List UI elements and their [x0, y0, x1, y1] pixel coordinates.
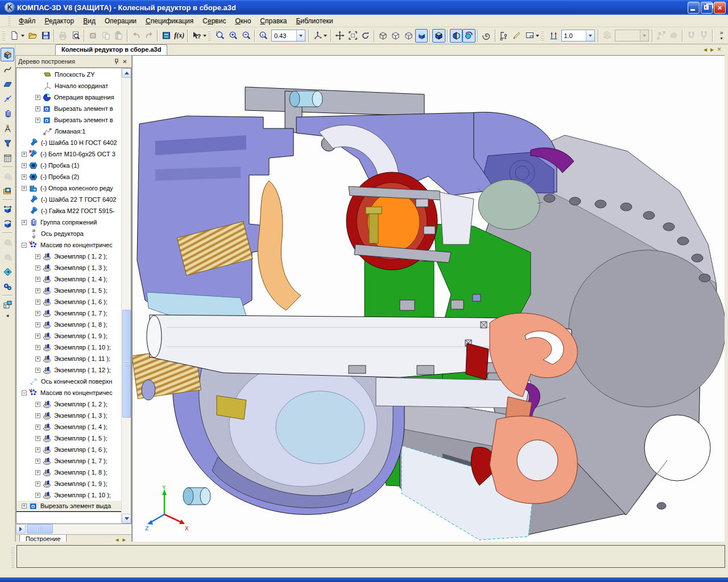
- tree-item[interactable]: +Вырезать элемент выда: [16, 501, 121, 512]
- menu-2[interactable]: Редактор: [40, 15, 79, 27]
- tree-item[interactable]: +Экземпляр ( 1, 7 );: [16, 455, 121, 467]
- combo-dropdown-icon[interactable]: [586, 30, 594, 41]
- zoom-by-frame-button[interactable]: [214, 29, 228, 43]
- tree-item[interactable]: +Экземпляр ( 1, 2 );: [16, 398, 121, 410]
- tree-item[interactable]: +Экземпляр ( 1, 9 );: [16, 330, 121, 342]
- panel-edit-part-button[interactable]: [1, 48, 14, 61]
- pan-view-button[interactable]: [333, 29, 346, 43]
- toolbar-grip[interactable]: [208, 31, 211, 41]
- panel-close-icon[interactable]: ✕: [121, 57, 129, 66]
- tree-item[interactable]: (-) Шайба 22 Т ГОСТ 6402: [16, 194, 121, 205]
- tree-item[interactable]: Ломаная:1: [16, 126, 121, 137]
- tree-item[interactable]: +Вырезать элемент в: [16, 114, 121, 126]
- tree-item[interactable]: +Экземпляр ( 1, 11 );: [16, 353, 121, 364]
- tab-next-button[interactable]: ▸: [710, 45, 714, 54]
- expand-toggle[interactable]: +: [22, 174, 27, 180]
- menu-6[interactable]: Сервис: [198, 15, 230, 27]
- property-bar-grip[interactable]: [11, 546, 14, 568]
- expand-toggle[interactable]: +: [35, 493, 40, 498]
- expand-toggle[interactable]: +: [35, 459, 40, 464]
- scroll-down-button[interactable]: [122, 514, 131, 523]
- tree-item[interactable]: (-) Шайба 10 Н ГОСТ 6402: [16, 137, 121, 148]
- close-button[interactable]: ×: [714, 2, 726, 14]
- tree-item[interactable]: +Экземпляр ( 1, 5 );: [16, 285, 121, 296]
- layers-combo[interactable]: [615, 30, 649, 41]
- panel-library-button[interactable]: [1, 184, 14, 198]
- panel-measurements-button[interactable]: [1, 122, 14, 135]
- menu-1[interactable]: Файл: [14, 15, 40, 27]
- toolbar-grip[interactable]: [541, 31, 544, 41]
- expand-toggle[interactable]: +: [35, 106, 40, 111]
- tree-item[interactable]: +Экземпляр ( 1, 2 );: [16, 251, 121, 262]
- tree-item[interactable]: +(-) Болт М10-6gx25 ОСТ 3: [16, 148, 121, 160]
- tree-item[interactable]: +Группа сопряжений: [16, 217, 121, 228]
- tree-item[interactable]: Плоскость ZY: [16, 69, 121, 80]
- toolbar-grip[interactable]: [2, 31, 5, 41]
- expand-toggle[interactable]: +: [35, 481, 40, 487]
- expand-toggle[interactable]: +: [35, 311, 40, 316]
- display-hidden-thin-button[interactable]: [402, 29, 415, 43]
- tree-item[interactable]: +Экземпляр ( 1, 7 );: [16, 307, 121, 319]
- tree-item[interactable]: +Экземпляр ( 1, 5 );: [16, 433, 121, 444]
- panel-move-component-button[interactable]: [1, 202, 14, 216]
- tree-vertical-scrollbar[interactable]: [121, 68, 131, 523]
- expand-toggle[interactable]: +: [22, 163, 27, 168]
- tree-item[interactable]: Начало координат: [16, 80, 121, 92]
- zoom-scale-button[interactable]: ±: [257, 29, 270, 43]
- display-shaded-edges-button[interactable]: [432, 29, 445, 43]
- tree-item[interactable]: +Экземпляр ( 1, 6 );: [16, 444, 121, 455]
- scroll-thumb-horizontal[interactable]: [27, 524, 53, 534]
- perspective-button[interactable]: [462, 29, 475, 43]
- tab-close-button[interactable]: ×: [717, 45, 721, 54]
- orientation-dropdown-icon[interactable]: [324, 35, 327, 37]
- zoom-scale-combo[interactable]: 0.43: [271, 30, 305, 41]
- new-document-button[interactable]: [9, 29, 22, 43]
- panel-space-curves-button[interactable]: [1, 63, 14, 76]
- expand-toggle[interactable]: +: [35, 322, 40, 327]
- menu-7[interactable]: Окно: [230, 15, 255, 27]
- variables-button[interactable]: f(x): [173, 29, 186, 43]
- tree-item[interactable]: +(-) Опора колесного реду: [16, 182, 121, 194]
- expand-toggle[interactable]: +: [35, 254, 40, 259]
- model-viewport[interactable]: Y X Z: [132, 55, 725, 542]
- menu-4[interactable]: Операции: [100, 15, 141, 27]
- scroll-up-button[interactable]: [122, 68, 131, 78]
- expand-toggle[interactable]: +: [35, 334, 40, 339]
- expand-toggle[interactable]: +: [35, 300, 40, 305]
- menu-3[interactable]: Вид: [78, 15, 100, 27]
- tree-item[interactable]: −Массив по концентричес: [16, 239, 121, 251]
- panel-orientation-panel-button[interactable]: [1, 265, 14, 278]
- expand-toggle[interactable]: +: [35, 413, 40, 418]
- print-preview-button[interactable]: [69, 29, 82, 43]
- tree-item[interactable]: +Экземпляр ( 1, 8 );: [16, 319, 121, 330]
- menu-5[interactable]: Спецификация: [141, 15, 198, 27]
- menu-8[interactable]: Справка: [255, 15, 291, 27]
- combo-dropdown-icon[interactable]: [640, 30, 648, 41]
- specification-editor-button[interactable]: [160, 29, 173, 43]
- document-layout-dropdown-icon[interactable]: [536, 35, 539, 37]
- expand-toggle[interactable]: +: [35, 345, 40, 350]
- expand-toggle[interactable]: +: [35, 402, 40, 407]
- expand-toggle[interactable]: +: [35, 288, 40, 293]
- tree-item[interactable]: +Экземпляр ( 1, 4 );: [16, 421, 121, 433]
- sketch-tool-button[interactable]: [510, 29, 523, 43]
- display-section-button[interactable]: [450, 29, 463, 43]
- expand-toggle[interactable]: +: [35, 118, 40, 123]
- expand-toggle[interactable]: +: [35, 95, 40, 100]
- tree-item[interactable]: +Экземпляр ( 1, 9 );: [16, 478, 121, 489]
- expand-toggle[interactable]: −: [22, 243, 27, 248]
- tree-item[interactable]: Ось редуктора: [16, 228, 121, 239]
- panel-rotate-component-button[interactable]: [1, 217, 14, 231]
- orientation-button[interactable]: [311, 29, 324, 43]
- tree-item[interactable]: +Экземпляр ( 1, 10 );: [16, 489, 121, 501]
- tree-item[interactable]: +Экземпляр ( 1, 10 );: [16, 342, 121, 353]
- tree-item[interactable]: (-) Гайка М22 ГОСТ 5915-: [16, 205, 121, 217]
- zoom-out-button[interactable]: [240, 29, 253, 43]
- context-help-button[interactable]: ?: [190, 29, 203, 43]
- document-layout-button[interactable]: [523, 29, 536, 43]
- panel-specification-button[interactable]: [1, 151, 14, 165]
- expand-toggle[interactable]: +: [35, 447, 40, 452]
- tab-prev-button[interactable]: ◂: [704, 45, 707, 54]
- cursor-step-combo[interactable]: 1.0: [561, 30, 595, 41]
- tree-item[interactable]: +Экземпляр ( 1, 12 );: [16, 364, 121, 376]
